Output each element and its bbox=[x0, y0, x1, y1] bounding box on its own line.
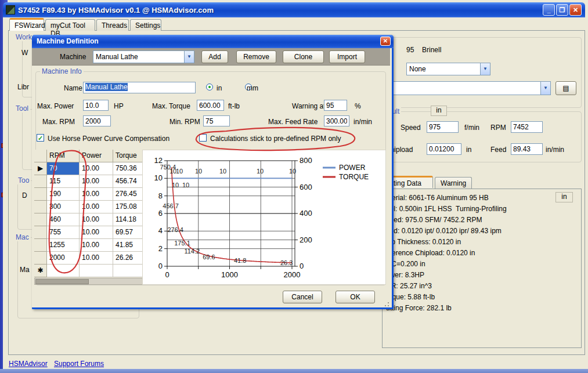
row-marker[interactable] bbox=[34, 226, 47, 239]
max-torque-input[interactable] bbox=[197, 100, 224, 111]
legend-label-power: POWER bbox=[339, 164, 366, 172]
material-picker-button[interactable]: ▤ bbox=[555, 81, 576, 95]
min-rpm-input[interactable] bbox=[203, 115, 230, 126]
row-marker[interactable] bbox=[34, 175, 47, 188]
column-header-rpm[interactable]: RPM bbox=[47, 150, 80, 162]
table-cell[interactable]: 10.00 bbox=[80, 252, 113, 265]
table-cell[interactable]: 300 bbox=[47, 201, 80, 213]
table-cell[interactable]: 10.00 bbox=[80, 162, 113, 175]
table-cell[interactable]: 70 bbox=[47, 162, 80, 175]
tab-threads[interactable]: Threads bbox=[96, 19, 129, 31]
feed-unit: in/min bbox=[546, 146, 564, 154]
rpm-label: RPM bbox=[490, 124, 506, 132]
chevron-down-icon[interactable]: ▼ bbox=[480, 63, 490, 75]
import-machine-button[interactable]: Import bbox=[329, 50, 365, 63]
hp-curve-checkbox[interactable]: ✓ bbox=[37, 134, 44, 142]
svg-text:2: 2 bbox=[158, 244, 163, 253]
max-rpm-input[interactable] bbox=[83, 115, 111, 126]
stick-rpm-checkbox[interactable] bbox=[199, 134, 207, 142]
unit-in-radio[interactable] bbox=[206, 84, 213, 90]
svg-text:276.4: 276.4 bbox=[167, 226, 183, 233]
add-machine-button[interactable]: Add bbox=[201, 50, 228, 63]
row-marker[interactable] bbox=[34, 213, 47, 226]
table-cell[interactable]: 10.00 bbox=[80, 175, 113, 188]
feed-input[interactable] bbox=[511, 143, 543, 155]
material-select[interactable]: ▼ bbox=[385, 81, 551, 95]
svg-text:10: 10 bbox=[182, 182, 189, 189]
legend-label-torque: TORQUE bbox=[339, 173, 369, 181]
table-cell[interactable]: 10.00 bbox=[80, 213, 113, 226]
table-cell[interactable] bbox=[47, 265, 80, 277]
svg-text:200: 200 bbox=[300, 236, 312, 244]
table-cell[interactable]: 115 bbox=[47, 175, 80, 188]
power-torque-chart: 0246810120200400600800010002000750.4456.… bbox=[142, 150, 386, 285]
cancel-button[interactable]: Cancel bbox=[283, 291, 322, 303]
max-power-label: Max. Power bbox=[37, 102, 74, 110]
row-marker[interactable] bbox=[34, 201, 47, 213]
rpm-input[interactable] bbox=[511, 121, 543, 133]
chipload-input[interactable] bbox=[427, 143, 461, 155]
table-cell[interactable]: 460 bbox=[47, 213, 80, 226]
table-row: 46010.00114.18 bbox=[34, 213, 150, 226]
name-input[interactable]: Manual Lathe bbox=[83, 82, 196, 93]
svg-text:10: 10 bbox=[154, 173, 163, 182]
coating-select[interactable]: None ▼ bbox=[406, 63, 490, 75]
tab-settings[interactable]: Settings bbox=[130, 19, 161, 31]
left-panel-fragment: Tool bbox=[14, 104, 30, 113]
row-marker[interactable] bbox=[34, 252, 47, 265]
hsmadvisor-link[interactable]: HSMAdvisor bbox=[9, 360, 48, 368]
tab-fswizard[interactable]: FSWizard bbox=[9, 18, 44, 31]
svg-text:10: 10 bbox=[289, 168, 296, 175]
chevron-down-icon[interactable]: ▼ bbox=[540, 82, 550, 95]
row-marker[interactable] bbox=[34, 239, 47, 252]
table-row: 19010.00276.45 bbox=[34, 188, 150, 201]
minimize-button[interactable]: _ bbox=[543, 4, 555, 16]
maximize-button[interactable]: ❐ bbox=[556, 4, 568, 16]
max-feed-input[interactable] bbox=[324, 115, 349, 126]
svg-text:1000: 1000 bbox=[221, 270, 238, 279]
svg-text:0: 0 bbox=[165, 270, 169, 279]
svg-text:0: 0 bbox=[300, 262, 304, 270]
max-torque-label: Max. Torque bbox=[152, 102, 190, 110]
cutting-data-line: utting Force: 282.1 lb bbox=[386, 304, 452, 312]
row-marker[interactable] bbox=[34, 188, 47, 201]
row-marker[interactable]: ▶ bbox=[34, 162, 47, 175]
chevron-down-icon[interactable]: ▼ bbox=[184, 51, 194, 63]
table-cell[interactable]: 1255 bbox=[47, 239, 80, 252]
machine-select[interactable]: Manual Lathe ▼ bbox=[93, 50, 194, 63]
table-row: 75510.0069.57 bbox=[34, 226, 150, 239]
column-header-power[interactable]: Power bbox=[80, 150, 113, 162]
dialog-close-button[interactable]: ✕ bbox=[380, 37, 391, 46]
ok-button[interactable]: OK bbox=[336, 291, 375, 303]
machine-definition-dialog: Machine Definition ✕ Machine Manual Lath… bbox=[32, 35, 394, 309]
close-button[interactable]: ✕ bbox=[569, 4, 582, 16]
table-row: 200010.0026.26 bbox=[34, 252, 150, 265]
speed-input[interactable] bbox=[427, 121, 459, 133]
chipload-unit: in bbox=[466, 146, 471, 154]
remove-machine-button[interactable]: Remove bbox=[236, 50, 276, 63]
table-cell[interactable]: 190 bbox=[47, 188, 80, 201]
warning-at-input[interactable] bbox=[324, 100, 347, 111]
clone-machine-button[interactable]: Clone bbox=[283, 50, 324, 63]
new-row-marker[interactable]: ✱ bbox=[34, 265, 47, 277]
svg-text:800: 800 bbox=[300, 156, 312, 165]
dialog-titlebar[interactable]: Machine Definition ✕ bbox=[32, 35, 394, 48]
table-horizontal-scrollbar[interactable] bbox=[34, 278, 150, 285]
scrollbar-thumb[interactable] bbox=[35, 279, 89, 284]
table-cell[interactable]: 10.00 bbox=[80, 239, 113, 252]
dialog-resize-grip[interactable] bbox=[383, 300, 389, 307]
stick-rpm-checkbox-label: Calculations stick to pre-defined RPM on… bbox=[210, 135, 341, 143]
table-cell[interactable] bbox=[80, 265, 113, 277]
table-cell[interactable]: 10.00 bbox=[80, 188, 113, 201]
tab-warning[interactable]: Warning bbox=[435, 177, 472, 189]
table-cell[interactable]: 2000 bbox=[47, 252, 80, 265]
table-header-row: RPMPowerTorque bbox=[34, 150, 150, 162]
table-cell[interactable]: 10.00 bbox=[80, 226, 113, 239]
table-cell[interactable]: 755 bbox=[47, 226, 80, 239]
table-corner[interactable] bbox=[34, 150, 47, 162]
max-power-input[interactable] bbox=[83, 100, 109, 111]
tab-mycut-tool-db[interactable]: myCut Tool DB bbox=[45, 19, 95, 31]
support-forums-link[interactable]: Support Forums bbox=[54, 360, 104, 368]
svg-text:10: 10 bbox=[172, 182, 179, 189]
table-cell[interactable]: 10.00 bbox=[80, 201, 113, 213]
